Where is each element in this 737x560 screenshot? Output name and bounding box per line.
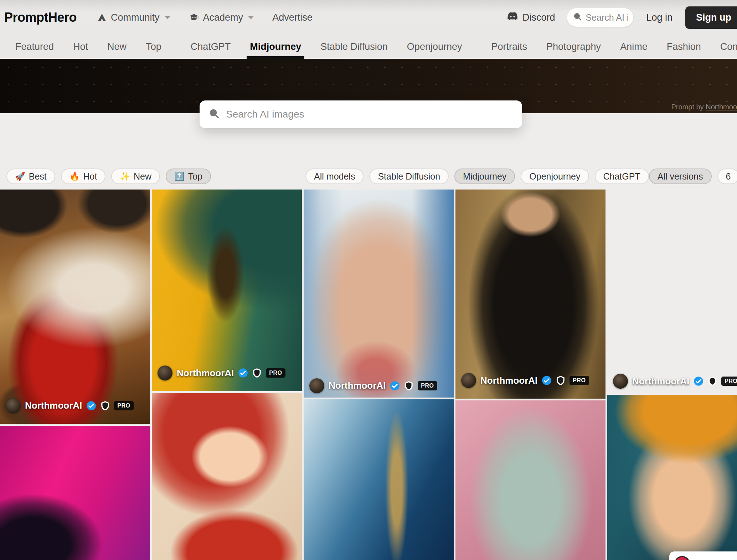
pill-all-versions[interactable]: All versions	[649, 168, 712, 184]
tab-chatgpt[interactable]: ChatGPT	[181, 35, 241, 59]
avatar[interactable]	[6, 398, 21, 413]
tab-portraits[interactable]: Portraits	[481, 35, 537, 59]
pill-chatgpt[interactable]: ChatGPT	[595, 168, 649, 184]
gallery-column: NorthmoorAI PRO	[455, 190, 605, 560]
gallery-column: NorthmoorAI PRO	[0, 190, 150, 560]
hero-search-box[interactable]	[200, 100, 522, 128]
pill-openjourney[interactable]: Openjourney	[521, 168, 589, 184]
filter-bar: 🚀Best 🔥Hot ✨New 🔝Top All models Stable D…	[0, 168, 737, 184]
pill-v6[interactable]: 6	[717, 168, 737, 184]
image-credit[interactable]: NorthmoorAI PRO	[613, 374, 737, 389]
author-name[interactable]: NorthmoorAI	[25, 400, 82, 411]
nav-academy-label: Academy	[203, 12, 243, 23]
tab-midjourney[interactable]: Midjourney	[240, 35, 311, 59]
pill-new[interactable]: ✨New	[111, 168, 160, 184]
sparkles-icon: ✨	[120, 172, 130, 181]
discord-link[interactable]: Discord	[507, 12, 555, 24]
pill-label: Top	[188, 171, 202, 182]
pro-badge: PRO	[570, 376, 589, 385]
tab-concept-art[interactable]: Concept Art	[711, 35, 737, 59]
tab-anime[interactable]: Anime	[610, 35, 657, 59]
version-filters: All versions 6 Niji V6 5.2 5.1 5 4 3 Nij…	[649, 168, 737, 184]
gallery-column: NorthmoorAI PRO	[304, 190, 454, 560]
gallery-image-darkhair[interactable]: NorthmoorAI PRO	[455, 190, 605, 399]
avatar[interactable]	[158, 365, 172, 380]
chevron-down-icon	[165, 16, 170, 19]
tab-hot[interactable]: Hot	[63, 35, 98, 59]
verified-badge-icon	[86, 401, 96, 411]
pill-top[interactable]: 🔝Top	[166, 168, 211, 184]
tab-photography[interactable]: Photography	[537, 35, 610, 59]
gallery-column: NorthmoorAI PRO	[607, 190, 737, 560]
prompt-author-link[interactable]: Northmoo	[706, 103, 737, 111]
pill-best[interactable]: 🚀Best	[6, 168, 55, 184]
pro-badge: PRO	[114, 401, 133, 410]
header-search[interactable]	[567, 8, 633, 27]
avatar[interactable]	[461, 373, 476, 388]
tab-openjourney[interactable]: Openjourney	[397, 35, 472, 59]
search-icon	[573, 12, 582, 22]
chat-widget-popup[interactable]	[669, 551, 737, 560]
author-name[interactable]: NorthmoorAI	[329, 380, 386, 391]
chevron-down-icon	[248, 16, 254, 19]
fire-icon: 🔥	[69, 172, 80, 181]
gallery-image-racecar[interactable]: NorthmoorAI PRO	[0, 190, 150, 424]
pro-badge: PRO	[266, 368, 285, 378]
nav-academy[interactable]: Academy	[189, 12, 254, 23]
avatar[interactable]	[613, 374, 628, 389]
avatar[interactable]	[309, 378, 324, 393]
pill-label: Hot	[83, 171, 97, 182]
login-link[interactable]: Log in	[646, 12, 672, 23]
image-credit[interactable]: NorthmoorAI PRO	[158, 365, 285, 380]
nav-advertise[interactable]: Advertise	[272, 12, 313, 23]
top-header: PromptHero Community Academy Advertise D…	[0, 0, 737, 35]
author-name[interactable]: NorthmoorAI	[480, 375, 537, 386]
tab-fashion[interactable]: Fashion	[657, 35, 711, 59]
pill-label: New	[134, 171, 151, 182]
pill-hot[interactable]: 🔥Hot	[61, 168, 106, 184]
header-nav: Community Academy Advertise	[97, 12, 313, 23]
prompthero-logo[interactable]: PromptHero	[4, 10, 77, 25]
verified-badge-icon	[694, 376, 704, 386]
sort-filters: 🚀Best 🔥Hot ✨New 🔝Top	[6, 168, 211, 184]
image-gallery: NorthmoorAI PRO NorthmoorAI PRO Northmoo…	[0, 190, 737, 560]
pill-all-models[interactable]: All models	[305, 168, 364, 184]
gallery-image-pinkpop[interactable]	[0, 426, 150, 560]
pro-badge: PRO	[721, 377, 737, 386]
tab-featured[interactable]: Featured	[6, 35, 63, 59]
graduation-cap-icon	[189, 13, 199, 22]
author-name[interactable]: NorthmoorAI	[632, 376, 689, 387]
image-credit[interactable]: NorthmoorAI PRO	[309, 378, 437, 393]
tab-stable-diffusion[interactable]: Stable Diffusion	[311, 35, 397, 59]
gallery-image-redcartoon[interactable]	[152, 393, 302, 560]
gallery-image-bohogirl[interactable]: NorthmoorAI PRO	[607, 190, 737, 393]
author-name[interactable]: NorthmoorAI	[177, 368, 234, 379]
shield-icon	[404, 381, 413, 391]
pill-midjourney[interactable]: Midjourney	[454, 168, 515, 184]
header-search-input[interactable]	[586, 12, 628, 23]
hero-banner: Prompt by Northmoo	[0, 59, 737, 113]
nav-community-label: Community	[111, 12, 160, 23]
rocket-icon: 🚀	[15, 172, 25, 181]
discord-label: Discord	[522, 12, 555, 23]
tab-top[interactable]: Top	[136, 35, 171, 59]
image-credit[interactable]: NorthmoorAI PRO	[6, 398, 134, 413]
search-icon	[209, 108, 220, 120]
image-credit[interactable]: NorthmoorAI PRO	[461, 373, 589, 388]
gallery-image-beaniegirl[interactable]	[607, 395, 737, 560]
discord-icon	[507, 12, 518, 24]
tent-icon	[97, 13, 107, 22]
hero-search-input[interactable]	[226, 109, 513, 120]
gallery-column: NorthmoorAI PRO	[152, 190, 302, 560]
nav-community[interactable]: Community	[97, 12, 170, 23]
gallery-image-bluemarble[interactable]	[304, 399, 454, 560]
prompt-by-label: Prompt by	[671, 103, 704, 111]
gallery-image-yellowgirl[interactable]: NorthmoorAI PRO	[152, 190, 302, 391]
model-filters: All models Stable Diffusion Midjourney O…	[305, 168, 649, 184]
shield-icon	[100, 401, 110, 411]
gallery-image-pinksculpt[interactable]	[455, 400, 605, 560]
pill-stable-diffusion[interactable]: Stable Diffusion	[369, 168, 449, 184]
tab-new[interactable]: New	[98, 35, 136, 59]
gallery-image-blueface[interactable]: NorthmoorAI PRO	[304, 190, 454, 398]
signup-button[interactable]: Sign up	[685, 6, 737, 29]
